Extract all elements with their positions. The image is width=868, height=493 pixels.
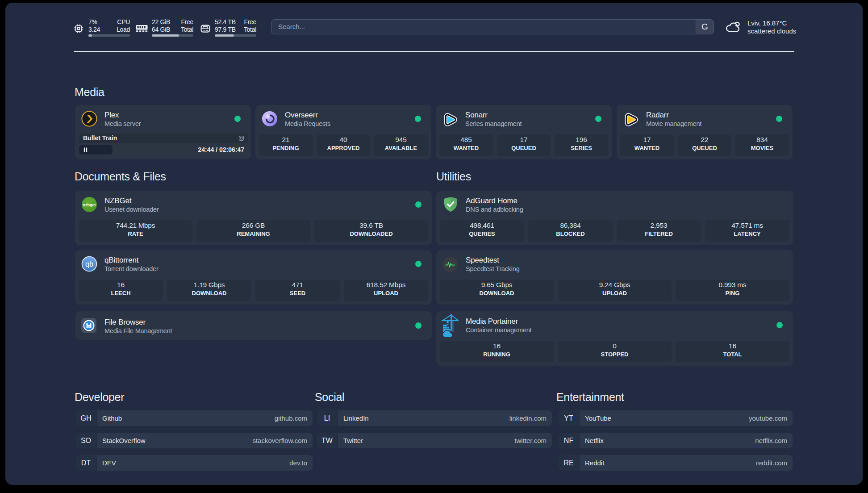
svg-text:nzbget: nzbget [83, 203, 96, 207]
svg-text:qb: qb [85, 260, 93, 268]
